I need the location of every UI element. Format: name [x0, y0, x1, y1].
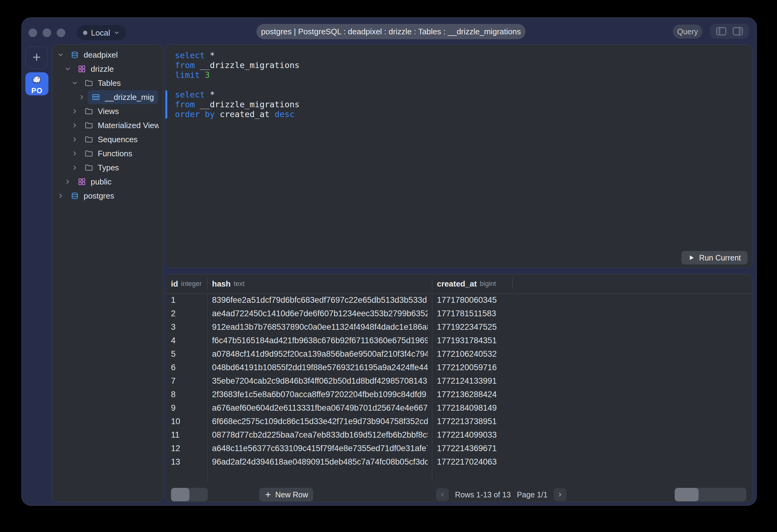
previous-page-button[interactable]	[436, 488, 449, 501]
cell-id[interactable]: 6	[171, 361, 205, 374]
table-row[interactable]: 5 a07848cf141d9d952f20ca139a856ba6e9500a…	[165, 347, 753, 361]
cell-id[interactable]: 13	[171, 455, 205, 468]
connection-selector[interactable]: Local	[77, 25, 126, 40]
view-tab[interactable]	[171, 488, 189, 501]
cell-hash[interactable]: 912ead13b7b768537890c0a0ee11324f4948f4da…	[212, 320, 428, 334]
cell-created-at[interactable]: 1772184098149	[437, 401, 566, 415]
cell-created-at[interactable]: 1771922347525	[437, 320, 566, 334]
cell-created-at[interactable]: 1772217024063	[437, 455, 566, 468]
cell-created-at[interactable]: 1772213738951	[437, 415, 566, 428]
table-row[interactable]: 13 96ad2af24d394618ae04890915deb485c7a74…	[165, 455, 753, 468]
cell-hash[interactable]: a676aef60e604d2e6113331fbea06749b701d256…	[212, 401, 428, 415]
traffic-light-minimize[interactable]	[42, 28, 51, 37]
next-page-button[interactable]	[554, 488, 566, 501]
cell-hash[interactable]: 6f668ec2575c109dc86c15d33e42f71e9d73b904…	[212, 415, 428, 428]
chevron-icon[interactable]	[71, 135, 79, 143]
tree-item[interactable]: deadpixel	[52, 48, 163, 62]
tree-item[interactable]: postgres	[52, 189, 163, 203]
column-header-created-at[interactable]: created_at bigint	[437, 274, 496, 293]
cell-id[interactable]: 2	[171, 307, 205, 320]
cell-hash[interactable]: a07848cf141d9d952f20ca139a856ba6e9500af2…	[212, 347, 428, 361]
cell-id[interactable]: 12	[171, 442, 205, 455]
cell-hash[interactable]: a648c11e56377c633109c415f79f4e8e7355ed71…	[212, 442, 428, 455]
cell-created-at[interactable]: 1772106240532	[437, 347, 566, 361]
tree-item[interactable]: public	[52, 175, 163, 189]
cell-created-at[interactable]: 1771781511583	[437, 307, 566, 320]
cell-hash[interactable]: ae4ad722450c1410d6e7de6f607b1234eec353b2…	[212, 307, 428, 320]
cell-id[interactable]: 3	[171, 320, 205, 334]
connection-tile-postgres[interactable]: PO	[25, 72, 48, 95]
tree-item[interactable]: Tables	[52, 76, 163, 90]
cell-created-at[interactable]: 1772214369671	[437, 442, 566, 455]
tree-item[interactable]: Materialized Views	[52, 118, 163, 132]
chevron-icon[interactable]	[71, 107, 79, 115]
chevron-icon[interactable]	[71, 79, 79, 87]
cell-created-at[interactable]: 1772124133991	[437, 374, 566, 388]
right-sidebar-toggle-icon[interactable]	[732, 27, 743, 36]
cell-id[interactable]: 1	[171, 293, 205, 307]
chevron-icon[interactable]	[57, 192, 65, 200]
table-row[interactable]: 3 912ead13b7b768537890c0a0ee11324f4948f4…	[165, 320, 753, 334]
chevron-icon[interactable]	[64, 65, 72, 73]
table-row[interactable]: 4 f6c47b5165184ad421fb9638c676b92f671163…	[165, 334, 753, 347]
cell-created-at[interactable]: 1772120059716	[437, 361, 566, 374]
view-tabs	[171, 488, 208, 501]
run-current-button[interactable]: Run Current	[681, 251, 748, 264]
cell-id[interactable]: 9	[171, 401, 205, 415]
page-size-option[interactable]	[698, 488, 723, 501]
view-tab[interactable]	[189, 488, 208, 501]
cell-created-at[interactable]: 1772214099033	[437, 428, 566, 442]
cell-created-at[interactable]: 1771931784351	[437, 334, 566, 347]
table-row[interactable]: 6 048bd64191b10855f2dd19f88e57693216195a…	[165, 361, 753, 374]
sql-query[interactable]: select *from __drizzle_migrationsorder b…	[165, 90, 753, 119]
cell-id[interactable]: 5	[171, 347, 205, 361]
cell-hash[interactable]: f6c47b5165184ad421fb9638c676b92f67116360…	[212, 334, 428, 347]
cell-hash[interactable]: 96ad2af24d394618ae04890915deb485c7a74fc0…	[212, 455, 428, 468]
tree-item[interactable]: Views	[52, 104, 163, 118]
tree-item[interactable]: __drizzle_migr...	[52, 90, 163, 104]
cell-id[interactable]: 8	[171, 388, 205, 401]
cell-id[interactable]: 7	[171, 374, 205, 388]
table-row[interactable]: 12 a648c11e56377c633109c415f79f4e8e7355e…	[165, 442, 753, 455]
column-header-hash[interactable]: hash text	[212, 274, 244, 293]
tree-item[interactable]: drizzle	[52, 62, 163, 76]
page-size-option[interactable]	[675, 488, 698, 501]
chevron-icon[interactable]	[71, 121, 79, 129]
table-row[interactable]: 8 2f3683fe1c5e8a6b070acca8ffe97202204fbe…	[165, 388, 753, 401]
tree-item[interactable]: Sequences	[52, 132, 163, 146]
table-row[interactable]: 1 8396fee2a51dcf79d6bfc683edf7697c22e65d…	[165, 293, 753, 307]
cell-hash[interactable]: 08778d77cb2d225baa7cea7eb833db169d512efb…	[212, 428, 428, 442]
column-header-id[interactable]: id integer	[171, 274, 202, 293]
cell-hash[interactable]: 35ebe7204cab2c9d846b3f4ff062b50d1d8bdf42…	[212, 374, 428, 388]
table-row[interactable]: 2 ae4ad722450c1410d6e7de6f607b1234eec353…	[165, 307, 753, 320]
add-connection-button[interactable]: +	[25, 46, 48, 69]
chevron-icon[interactable]	[71, 164, 79, 172]
left-sidebar-toggle-icon[interactable]	[716, 27, 727, 36]
chevron-icon[interactable]	[78, 93, 86, 101]
table-row[interactable]: 11 08778d77cb2d225baa7cea7eb833db169d512…	[165, 428, 753, 442]
traffic-light-zoom[interactable]	[57, 28, 65, 37]
cell-id[interactable]: 4	[171, 334, 205, 347]
chevron-icon[interactable]	[64, 178, 72, 186]
chevron-icon[interactable]	[57, 51, 65, 59]
cell-hash[interactable]: 8396fee2a51dcf79d6bfc683edf7697c22e65db5…	[212, 293, 428, 307]
tree-item[interactable]: Types	[52, 161, 163, 175]
cell-id[interactable]: 11	[171, 428, 205, 442]
cell-created-at[interactable]: 1772136288424	[437, 388, 566, 401]
sql-query[interactable]: select *from __drizzle_migrationslimit 3	[165, 50, 753, 80]
table-row[interactable]: 7 35ebe7204cab2c9d846b3f4ff062b50d1d8bdf…	[165, 374, 753, 388]
new-row-button[interactable]: New Row	[259, 488, 313, 501]
cell-hash[interactable]: 2f3683fe1c5e8a6b070acca8ffe97202204fbeb1…	[212, 388, 428, 401]
chevron-icon[interactable]	[71, 149, 79, 157]
cell-hash[interactable]: 048bd64191b10855f2dd19f88e57693216195a9a…	[212, 361, 428, 374]
cell-created-at[interactable]: 1771780060345	[437, 293, 566, 307]
sql-code[interactable]: select *from __drizzle_migrationslimit 3…	[165, 50, 753, 119]
query-button[interactable]: Query	[673, 24, 702, 38]
tree-item[interactable]: Functions	[52, 146, 163, 161]
cell-id[interactable]: 10	[171, 415, 205, 428]
table-row[interactable]: 9 a676aef60e604d2e6113331fbea06749b701d2…	[165, 401, 753, 415]
page-size-option[interactable]	[723, 488, 746, 501]
folder-icon	[85, 149, 93, 157]
table-row[interactable]: 10 6f668ec2575c109dc86c15d33e42f71e9d73b…	[165, 415, 753, 428]
traffic-light-close[interactable]	[28, 28, 37, 37]
